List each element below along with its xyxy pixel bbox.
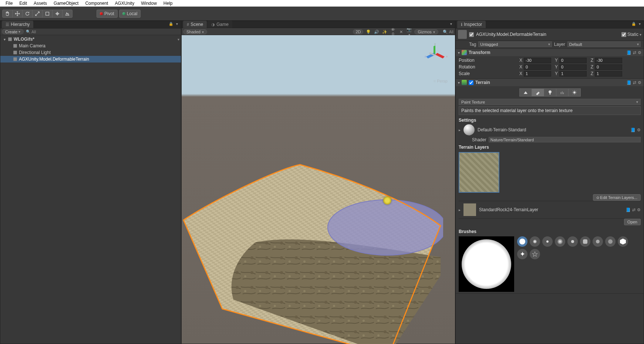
inspector-tab-label: Inspector [464, 22, 482, 27]
transform-tool[interactable] [52, 10, 63, 18]
rotation-y-field[interactable] [559, 64, 587, 70]
transform-header[interactable]: ▾ Transform 📘⇄⚙ [456, 49, 644, 56]
raise-lower-tool[interactable] [519, 88, 532, 97]
hierarchy-item-terrain[interactable]: AGXUnity.Model.DeformableTerrain [0, 56, 181, 63]
menu-agxunity[interactable]: AGXUnity [111, 0, 138, 6]
fold-icon[interactable]: ▸ [459, 208, 461, 212]
preset-icon[interactable]: ⇄ [633, 50, 636, 55]
expand-icon[interactable]: ▾ [3, 37, 6, 41]
gameobject-name[interactable]: AGXUnity.Model.DeformableTerrain [476, 32, 619, 37]
tools-icon[interactable]: ✕ [398, 30, 404, 34]
panel-lock-icon[interactable]: 🔒 [631, 22, 636, 27]
brush-4[interactable] [555, 236, 565, 247]
docs-icon[interactable]: 📘 [630, 128, 635, 132]
row-menu-icon[interactable]: ▾ [178, 37, 179, 41]
hierarchy-item-light[interactable]: Directional Light [0, 49, 181, 56]
panel-lock-icon[interactable]: 🔒 [168, 22, 173, 27]
audio-toggle[interactable]: 🔊 [374, 30, 380, 34]
rotate-tool[interactable] [22, 10, 33, 18]
orientation-gizmo[interactable]: y x z [422, 42, 448, 68]
chevron-down-icon: ▾ [202, 30, 204, 34]
scale-z-field[interactable] [595, 71, 622, 77]
scale-x-field[interactable] [524, 71, 551, 77]
terrain-enable-toggle[interactable] [469, 80, 473, 85]
edit-terrain-layers-button[interactable]: ✿ Edit Terrain Layers... [593, 194, 641, 201]
local-toggle[interactable]: Local [119, 10, 141, 18]
menu-edit[interactable]: Edit [16, 0, 30, 6]
layer-dropdown[interactable]: Default▾ [567, 41, 641, 47]
terrain-layer-thumbnail[interactable] [459, 152, 499, 193]
inspector-tab[interactable]: ℹInspector [457, 21, 486, 28]
scene-viewport[interactable]: y x z ≡ Persp [182, 35, 455, 344]
position-y-field[interactable] [559, 58, 587, 63]
material-name[interactable]: Default-Terrain-Standard [478, 127, 627, 132]
menu-file[interactable]: File [2, 0, 16, 6]
paint-trees-tool[interactable] [544, 88, 556, 97]
static-toggle[interactable]: Static▾ [621, 32, 641, 37]
brush-3[interactable] [542, 236, 553, 247]
position-z-field[interactable] [595, 58, 622, 63]
fx-toggle[interactable]: ✨ [382, 30, 388, 34]
pivot-toggle[interactable]: Pivot [97, 10, 118, 18]
docs-icon[interactable]: 📘 [626, 50, 631, 55]
menu-window[interactable]: Window [138, 0, 160, 6]
terrain-mode-dropdown[interactable]: Paint Texture▾ [459, 99, 641, 105]
position-x-field[interactable] [524, 58, 551, 63]
gear-icon[interactable]: ⚙ [637, 208, 641, 212]
open-layer-button[interactable]: Open [624, 219, 641, 225]
brush-6[interactable] [580, 236, 590, 247]
menu-help[interactable]: Help [160, 0, 176, 6]
shading-mode-dropdown[interactable]: Shaded▾ [183, 29, 207, 34]
panel-menu-icon[interactable]: ▾ [637, 22, 642, 27]
terrain-header[interactable]: ▾ Terrain 📘⇄⚙ [456, 79, 644, 86]
panel-menu-icon[interactable]: ▾ [174, 22, 179, 27]
rect-tool[interactable] [42, 10, 53, 18]
brush-7[interactable] [593, 236, 603, 247]
docs-icon[interactable]: 📘 [626, 80, 631, 85]
brush-1[interactable] [517, 236, 527, 247]
paint-texture-tool[interactable] [532, 88, 544, 97]
menu-assets[interactable]: Assets [30, 0, 50, 6]
tag-dropdown[interactable]: Untagged▾ [478, 41, 552, 47]
scene-search[interactable]: 🔍All [443, 30, 454, 34]
lighting-toggle[interactable]: 💡 [365, 30, 371, 34]
gear-icon[interactable]: ⚙ [638, 50, 641, 55]
mode-2d-toggle[interactable]: 2D [353, 29, 363, 34]
gameobject-active-toggle[interactable] [469, 32, 474, 37]
scene-tab[interactable]: #Scene [183, 21, 207, 28]
brush-2[interactable] [530, 236, 540, 247]
move-tool[interactable] [12, 10, 23, 18]
preset-icon[interactable]: ⇄ [632, 208, 635, 212]
hierarchy-item-camera[interactable]: Main Camera [0, 43, 181, 49]
menu-gameobject[interactable]: GameObject [50, 0, 82, 6]
preset-icon[interactable]: ⇄ [633, 80, 636, 85]
gizmos-dropdown[interactable]: Gizmos▾ [414, 29, 438, 34]
fold-icon[interactable]: ▸ [459, 128, 461, 132]
scale-tool[interactable] [32, 10, 43, 18]
paint-details-tool[interactable] [556, 88, 569, 97]
projection-label[interactable]: ≡ Persp [434, 79, 448, 83]
shader-dropdown[interactable]: Nature/Terrain/Standard [489, 137, 641, 142]
hierarchy-search[interactable]: 🔍All [26, 30, 179, 34]
layer-name[interactable]: StandardRock24-TerrainLayer [479, 207, 538, 212]
gear-icon[interactable]: ⚙ [638, 80, 641, 85]
game-tab[interactable]: ◑Game [208, 21, 232, 28]
brush-9[interactable] [618, 236, 628, 247]
scale-y-field[interactable] [559, 71, 587, 77]
create-dropdown[interactable]: Create▾ [2, 29, 24, 34]
docs-icon[interactable]: 📘 [626, 208, 631, 212]
rotation-x-field[interactable] [524, 64, 551, 70]
hierarchy-root[interactable]: ▾ WLOGifs* ▾ [0, 36, 181, 43]
rotation-z-field[interactable] [595, 64, 622, 70]
hierarchy-tab[interactable]: ☰Hierarchy [2, 21, 33, 28]
hand-tool[interactable] [2, 10, 13, 18]
brush-8[interactable] [605, 236, 616, 247]
brush-11[interactable]: ☆ [530, 249, 540, 259]
terrain-settings-tool[interactable] [568, 88, 581, 97]
brush-10[interactable]: ✦ [517, 249, 527, 259]
gear-icon[interactable]: ⚙ [637, 128, 641, 132]
brush-5[interactable] [567, 236, 578, 247]
custom-tool[interactable] [62, 10, 73, 18]
panel-menu-icon[interactable]: ▾ [448, 22, 454, 27]
menu-component[interactable]: Component [82, 0, 111, 6]
